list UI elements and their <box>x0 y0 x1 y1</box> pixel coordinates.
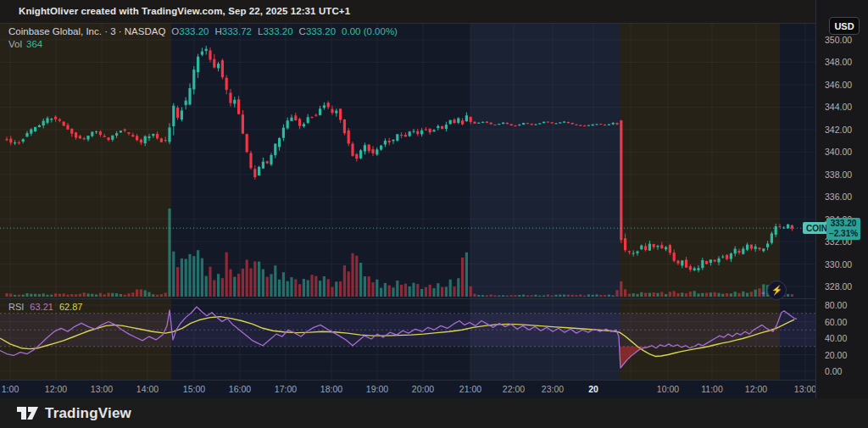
rsi-axis-label: 0.00 <box>825 366 842 376</box>
chart-plot[interactable] <box>0 23 815 398</box>
time-axis-label: 18:00 <box>320 384 342 394</box>
rsi-legend[interactable]: RSI63.2162.87 <box>8 302 82 312</box>
open-value: 333.20 <box>179 26 209 36</box>
price-axis-label: 328.00 <box>825 281 852 292</box>
symbol-legend[interactable]: Coinbase Global, Inc. · 3 · NASDAQO333.2… <box>8 26 398 36</box>
time-axis-label: 13:00 <box>91 384 113 394</box>
price-axis-separator[interactable] <box>815 0 816 398</box>
time-axis-label: 17:00 <box>275 384 297 394</box>
time-axis-label: 19:00 <box>366 384 388 394</box>
time-axis-label: 20:00 <box>412 384 434 394</box>
rsi-axis-label: 60.00 <box>825 317 847 327</box>
currency-toggle-button[interactable]: USD <box>829 17 860 35</box>
time-axis-label: 12:00 <box>45 384 67 394</box>
tradingview-logo-text: TradingView <box>45 405 131 422</box>
price-axis-label: 338.00 <box>825 170 852 180</box>
rsi-axis-label: 80.00 <box>825 300 847 310</box>
cursor-icon: ◂ <box>761 289 765 297</box>
pane-top-separator <box>0 23 815 24</box>
last-price-value: 333.20 <box>826 219 860 229</box>
close-label: C <box>299 26 306 36</box>
time-axis[interactable]: 1:0012:0013:0014:0015:0016:0017:0018:001… <box>0 380 815 398</box>
rsi-value: 63.21 <box>30 302 53 312</box>
footer-bar: TradingView <box>0 398 868 428</box>
time-axis-separator <box>0 380 815 381</box>
price-axis-label: 336.00 <box>825 192 852 202</box>
change-value: 0.00 (0.00%) <box>342 26 398 36</box>
last-price-change: −2.31% <box>826 229 860 239</box>
close-value: 333.20 <box>306 26 336 36</box>
price-axis[interactable]: 350.00348.00346.00344.00342.00340.00338.… <box>815 0 868 398</box>
volume-legend[interactable]: Vol364 <box>8 39 42 49</box>
low-value: 333.20 <box>263 26 292 36</box>
chart-credit-text: KnightOliver created with TradingView.co… <box>19 6 350 16</box>
price-axis-label: 344.00 <box>825 102 852 112</box>
high-value: 333.72 <box>222 26 252 36</box>
rsi-label: RSI <box>8 302 24 312</box>
time-axis-label: 20 <box>588 384 598 394</box>
rsi-ma-value: 62.87 <box>59 302 83 312</box>
time-axis-label: 15:00 <box>183 384 205 394</box>
tradingview-chart-window: KnightOliver created with TradingView.co… <box>0 0 868 428</box>
price-axis-label: 340.00 <box>825 147 852 157</box>
last-price-label: 333.20 −2.31% <box>826 218 860 240</box>
price-axis-label: 348.00 <box>825 57 852 67</box>
price-axis-label: 346.00 <box>825 80 852 90</box>
price-axis-label: 342.00 <box>825 125 852 135</box>
time-axis-label: 10:00 <box>657 384 679 394</box>
time-axis-label: 1:00 <box>2 384 19 394</box>
lightning-icon: ⚡ <box>771 285 783 296</box>
price-axis-label: 330.00 <box>825 259 852 270</box>
axis-corner <box>815 380 868 398</box>
price-axis-label: 350.00 <box>825 35 852 45</box>
time-axis-label: 22:00 <box>503 384 525 394</box>
time-axis-label: 23:00 <box>542 384 564 394</box>
time-axis-label: 16:00 <box>229 384 251 394</box>
tradingview-logo-icon <box>17 404 38 422</box>
open-label: O <box>171 26 179 36</box>
instant-trading-button[interactable]: ⚡ <box>767 281 787 300</box>
time-axis-label: 13:00 <box>794 384 816 394</box>
tradingview-logo[interactable]: TradingView <box>17 404 131 422</box>
rsi-axis-label: 40.00 <box>825 333 847 343</box>
time-axis-label: 14:00 <box>136 384 159 394</box>
header-bar: KnightOliver created with TradingView.co… <box>0 0 868 23</box>
rsi-axis-label: 20.00 <box>825 350 847 360</box>
time-axis-label: 12:00 <box>745 384 767 394</box>
symbol-title[interactable]: Coinbase Global, Inc. · 3 · NASDAQ <box>8 26 165 36</box>
time-axis-label: 21:00 <box>459 384 481 394</box>
volume-value: 364 <box>26 39 42 49</box>
time-axis-label: 11:00 <box>701 384 723 394</box>
volume-label: Vol <box>8 39 22 49</box>
high-label: H <box>215 26 222 36</box>
rsi-pane-separator[interactable] <box>0 298 815 299</box>
